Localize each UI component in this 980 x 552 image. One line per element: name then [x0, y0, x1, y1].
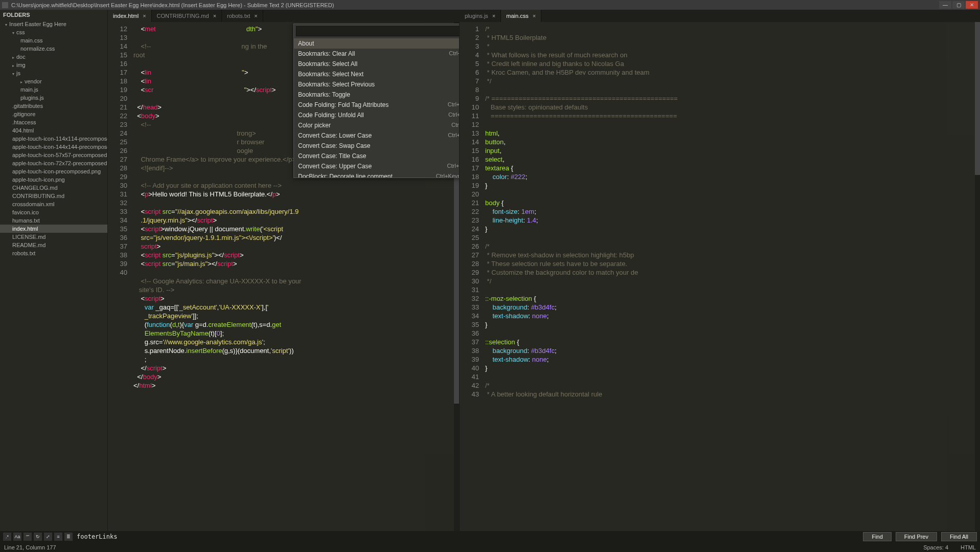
- code-right[interactable]: /* * HTML5 Boilerplate * * What follows …: [483, 22, 980, 531]
- find-all-button[interactable]: Find All: [941, 532, 977, 541]
- tab[interactable]: CONTRIBUTING.md×: [152, 10, 222, 22]
- highlight-icon[interactable]: ≡: [54, 533, 62, 541]
- palette-item-label: Convert Case: Lower Case: [298, 132, 372, 139]
- palette-item-label: Convert Case: Upper Case: [298, 163, 372, 170]
- minimap-right[interactable]: [946, 23, 975, 531]
- file-item[interactable]: favicon.ico: [0, 208, 107, 216]
- tab-close-icon[interactable]: ×: [492, 13, 495, 19]
- sidebar: FOLDERS Insert Easter Egg Herecssmain.cs…: [0, 10, 108, 531]
- palette-item[interactable]: Convert Case: Title Case: [294, 151, 460, 161]
- file-item[interactable]: apple-touch-icon-72x72-precomposed.png: [0, 159, 107, 167]
- folder-icon: [12, 70, 14, 76]
- file-item[interactable]: .htaccess: [0, 118, 107, 126]
- find-input[interactable]: footerLinks: [77, 533, 859, 540]
- folder-item[interactable]: doc: [0, 53, 107, 61]
- file-item[interactable]: apple-touch-icon-114x114-precomposed.png: [0, 135, 107, 143]
- file-item[interactable]: apple-touch-icon-precomposed.png: [0, 167, 107, 175]
- in-selection-icon[interactable]: ⤢: [44, 533, 52, 541]
- gutter-right: 1234567891011121314151617181920212223242…: [460, 22, 483, 531]
- file-item[interactable]: CONTRIBUTING.md: [0, 192, 107, 200]
- palette-item[interactable]: Convert Case: Lower CaseCtrl+K, Ctrl+L: [294, 130, 460, 141]
- palette-item[interactable]: Bookmarks: ToggleCtrl+F2: [294, 90, 460, 100]
- tree-item-label: main.css: [20, 37, 42, 43]
- folder-item[interactable]: css: [0, 28, 107, 36]
- file-item[interactable]: .gitattributes: [0, 102, 107, 110]
- wrap-icon[interactable]: ↻: [34, 533, 42, 541]
- file-item[interactable]: index.html: [0, 225, 107, 233]
- palette-item[interactable]: Code Folding: Unfold AllCtrl+K, Ctrl+J: [294, 110, 460, 120]
- indent-info[interactable]: Spaces: 4: [923, 544, 948, 550]
- window-titlebar: C:\Users\jonjoe.whitfield\Desktop\Insert…: [0, 0, 980, 10]
- tab-close-icon[interactable]: ×: [254, 13, 257, 19]
- file-item[interactable]: robots.txt: [0, 249, 107, 257]
- tab[interactable]: index.html×: [108, 10, 152, 22]
- tree-item-label: .gitignore: [12, 111, 35, 117]
- find-button[interactable]: Find: [863, 532, 891, 541]
- palette-item[interactable]: Bookmarks: Select PreviousShift+F2: [294, 79, 460, 90]
- tree-item-label: apple-touch-icon-57x57-precomposed.png: [12, 152, 108, 158]
- tab-close-icon[interactable]: ×: [533, 13, 536, 19]
- palette-item[interactable]: Bookmarks: Select Next: [294, 69, 460, 79]
- tab-label: main.css: [506, 13, 528, 19]
- find-prev-button[interactable]: Find Prev: [896, 532, 937, 541]
- file-item[interactable]: apple-touch-icon-57x57-precomposed.png: [0, 151, 107, 159]
- syntax-info[interactable]: HTML: [961, 544, 976, 550]
- tab[interactable]: main.css×: [501, 10, 541, 22]
- palette-item[interactable]: DocBlockr: Decorate line commentCtrl+Key…: [294, 171, 460, 178]
- case-toggle-icon[interactable]: Aa: [13, 533, 21, 541]
- window-title: C:\Users\jonjoe.whitfield\Desktop\Insert…: [11, 2, 334, 8]
- palette-input[interactable]: [296, 26, 460, 36]
- folder-item[interactable]: Insert Easter Egg Here: [0, 20, 107, 28]
- file-item[interactable]: crossdomain.xml: [0, 200, 107, 208]
- tab[interactable]: plugins.js×: [460, 10, 501, 22]
- whole-word-icon[interactable]: “”: [24, 533, 32, 541]
- close-button[interactable]: ✕: [966, 1, 978, 9]
- palette-item[interactable]: Bookmarks: Clear AllCtrl+Shift+F2: [294, 49, 460, 59]
- palette-item[interactable]: Convert Case: Swap Case: [294, 141, 460, 151]
- tab-label: index.html: [113, 13, 139, 19]
- tab-label: robots.txt: [227, 13, 250, 19]
- tab-close-icon[interactable]: ×: [143, 13, 146, 19]
- palette-item[interactable]: Color pickerCtrl+Shift+C: [294, 120, 460, 130]
- palette-item-shortcut: Ctrl+K, Ctrl+T: [448, 101, 460, 108]
- tree-item-label: favicon.ico: [12, 209, 39, 215]
- file-item[interactable]: apple-touch-icon.png: [0, 175, 107, 184]
- palette-item-label: DocBlockr: Decorate line comment: [298, 173, 393, 178]
- palette-item[interactable]: Code Folding: Fold Tag AttributesCtrl+K,…: [294, 100, 460, 110]
- tree-item-label: index.html: [12, 226, 38, 232]
- tab-row-left: index.html×CONTRIBUTING.md×robots.txt×: [108, 10, 460, 22]
- scrollbar-right[interactable]: [975, 22, 980, 531]
- file-item[interactable]: LICENSE.md: [0, 233, 107, 241]
- file-item[interactable]: plugins.js: [0, 94, 107, 102]
- file-item[interactable]: humans.txt: [0, 216, 107, 225]
- file-item[interactable]: main.css: [0, 36, 107, 45]
- folder-icon: [12, 62, 14, 68]
- file-item[interactable]: main.js: [0, 85, 107, 94]
- file-item[interactable]: apple-touch-icon-144x144-precomposed.png: [0, 143, 107, 151]
- folder-item[interactable]: js: [0, 69, 107, 77]
- folder-icon: [12, 29, 14, 35]
- folder-tree: Insert Easter Egg Herecssmain.cssnormali…: [0, 20, 107, 257]
- folder-item[interactable]: vendor: [0, 77, 107, 85]
- file-item[interactable]: normalize.css: [0, 45, 107, 53]
- palette-item[interactable]: Convert Case: Upper CaseCtrl+K, Ctrl+U: [294, 161, 460, 171]
- regex-toggle-icon[interactable]: .*: [3, 533, 11, 541]
- palette-item-label: Bookmarks: Select Next: [298, 71, 363, 78]
- palette-item[interactable]: Bookmarks: Select AllAlt+F2: [294, 59, 460, 69]
- file-item[interactable]: CHANGELOG.md: [0, 184, 107, 192]
- file-item[interactable]: README.md: [0, 241, 107, 249]
- file-item[interactable]: 404.html: [0, 126, 107, 135]
- file-item[interactable]: .gitignore: [0, 110, 107, 118]
- tree-item-label: apple-touch-icon.png: [12, 176, 65, 183]
- palette-item[interactable]: About: [294, 38, 460, 49]
- maximize-button[interactable]: ▢: [952, 1, 965, 9]
- tab[interactable]: robots.txt×: [222, 10, 263, 22]
- tree-item-label: js: [16, 70, 20, 76]
- folder-item[interactable]: img: [0, 61, 107, 69]
- preserve-case-icon[interactable]: ≣: [64, 533, 73, 541]
- palette-item-shortcut: Ctrl+K, Ctrl+U: [447, 163, 460, 170]
- tree-item-label: vendor: [25, 78, 42, 84]
- minimize-button[interactable]: —: [939, 1, 951, 9]
- tab-close-icon[interactable]: ×: [213, 13, 216, 19]
- palette-item-shortcut: Ctrl+K, Ctrl+L: [448, 132, 460, 139]
